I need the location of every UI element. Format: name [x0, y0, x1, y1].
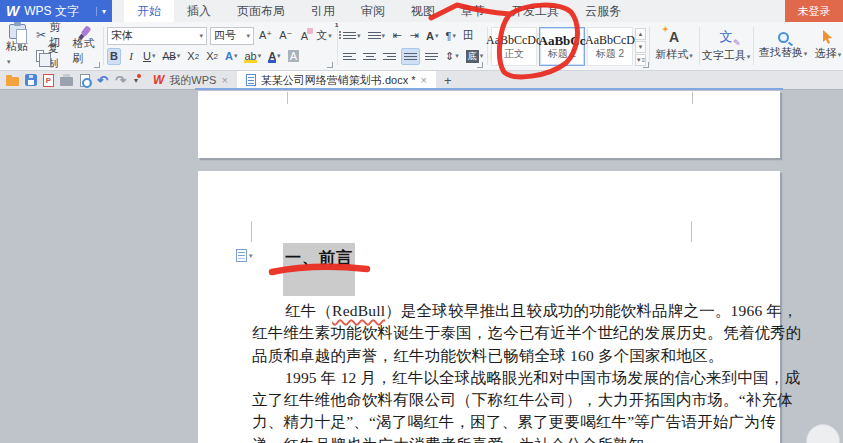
document-line: 力、精力十足”、“渴了喝红牛，困了、累了更要喝红牛”等广告语开始广为传 [252, 411, 709, 433]
new-tab-button[interactable]: + [436, 73, 460, 88]
align-right-button[interactable] [381, 48, 398, 65]
ribbon-tab-home[interactable]: 开始 [124, 0, 174, 22]
close-icon[interactable]: × [221, 74, 227, 86]
increase-indent-button[interactable]: ⇥ [407, 27, 421, 44]
font-size-select[interactable]: 四号▾ [210, 27, 254, 45]
styles-scroll-up-button[interactable]: ▲ [635, 28, 646, 40]
document-line: 1995 年 12 月，红牛以全球战略眼光和对中国市场发展的信心来到中国，成 [252, 367, 709, 389]
save-icon [25, 74, 37, 86]
search-icon [778, 32, 789, 43]
doc-tab-wps-home[interactable]: W 我的WPS × [144, 71, 237, 90]
numbered-list-icon [368, 32, 381, 39]
clipboard-dialog-launcher[interactable] [94, 62, 100, 68]
floating-assistant-bubble[interactable] [806, 424, 840, 443]
document-line: 红牛（RedBull）是全球较早推出且较成功的功能饮料品牌之一。1966 年， [252, 300, 709, 322]
quick-access-toolbar: P ↶ ↷ ▾ [0, 74, 144, 87]
ribbon-tab-cloud[interactable]: 云服务 [572, 0, 634, 22]
ribbon-tab-page-layout[interactable]: 页面布局 [224, 0, 298, 22]
ribbon-tab-insert[interactable]: 插入 [174, 0, 224, 22]
ribbon-tab-dev-tools[interactable]: 开发工具 [498, 0, 572, 22]
ribbon-tab-section[interactable]: 章节 [448, 0, 498, 22]
customize-toolbar-caret[interactable]: ▾ [134, 76, 138, 85]
font-family-select[interactable]: 宋体▾ [107, 27, 207, 45]
justify-button[interactable] [401, 48, 420, 65]
underline-button[interactable]: U▾ [141, 48, 157, 65]
pdf-icon: P [43, 74, 54, 87]
ribbon-tab-view[interactable]: 视图 [398, 0, 448, 22]
paste-clipboard-icon [9, 24, 26, 39]
select-button[interactable]: 选择▾ [813, 24, 843, 67]
asian-layout-button[interactable]: 文▾ [314, 27, 334, 44]
new-style-button[interactable]: A 新样式▾ [651, 24, 697, 67]
align-right-icon [383, 53, 396, 60]
paste-options-button[interactable]: ▾ [236, 249, 253, 262]
document-heading[interactable]: 一、前言 [285, 248, 353, 269]
style-normal[interactable]: AaBbCcDd 正文 [491, 27, 537, 66]
ribbon-tab-strip: 开始 插入 页面布局 引用 审阅 视图 章节 开发工具 云服务 [124, 0, 634, 22]
copy-icon [36, 50, 44, 62]
ribbon-tab-references[interactable]: 引用 [298, 0, 348, 22]
superscript-button[interactable]: X2 [185, 48, 201, 65]
doc-tab-active-document[interactable]: 某某公司网络营销策划书.docx * × [237, 71, 436, 90]
find-replace-button[interactable]: 查找替换▾ [755, 24, 811, 67]
distribute-button[interactable] [423, 48, 440, 65]
close-icon[interactable]: × [420, 74, 426, 86]
align-left-button[interactable] [341, 48, 358, 65]
cursor-arrow-icon [822, 30, 834, 44]
copy-button[interactable]: 复制 [34, 47, 67, 64]
bullets-button[interactable]: ▾ [341, 27, 363, 44]
text-direction-button[interactable]: A▾ [424, 27, 440, 44]
subscript-button[interactable]: X2 [204, 48, 220, 65]
document-line: 递，红牛品牌也为广大消费者所喜爱，为社会公众所熟知。 [252, 434, 709, 443]
styles-scroll-down-button[interactable]: ▼ [635, 41, 646, 53]
paragraph-group: ▾ ▾ ⇤ ⇥ A▾ ¶▾ 田 ⇕▾ 底▾ ⊞▾ [341, 24, 485, 69]
font-group: 宋体▾ 四号▾ A⁺ A⁻ A 文▾ B I U▾ AB▾ X2 X2 A▾ a… [107, 24, 335, 69]
ribbon-tab-review[interactable]: 审阅 [348, 0, 398, 22]
wps-home-icon: W [153, 73, 164, 87]
print-button[interactable] [60, 74, 73, 87]
line-spacing-button[interactable]: ⇕▾ [443, 48, 461, 65]
text-tool-button[interactable]: 文 文字工具▾ [701, 24, 751, 67]
italic-button[interactable]: I [124, 48, 138, 65]
open-file-button[interactable] [6, 74, 19, 87]
font-dialog-launcher[interactable] [327, 62, 333, 68]
grow-font-button[interactable]: A⁺ [257, 27, 274, 44]
save-button[interactable] [24, 74, 37, 87]
clear-format-button[interactable]: A [297, 27, 311, 44]
bold-button[interactable]: B [107, 48, 121, 65]
margin-mark [287, 92, 288, 104]
app-menu-button[interactable]: W WPS 文字 ▾ [0, 0, 112, 22]
char-shading-button[interactable]: A [286, 48, 301, 65]
redo-button[interactable]: ↷ [114, 74, 127, 87]
insert-table-button[interactable]: 田 [461, 27, 476, 44]
style-heading-1[interactable]: AaBbCc 标题 1 [539, 27, 585, 66]
justify-icon [404, 53, 417, 60]
pinyin-guide-button[interactable]: A▾ [223, 48, 239, 65]
align-center-button[interactable] [361, 48, 378, 65]
export-pdf-button[interactable]: P [42, 74, 55, 87]
new-style-icon: A [669, 29, 679, 45]
strikethrough-button[interactable]: AB▾ [160, 48, 182, 65]
bullet-list-icon [343, 32, 356, 39]
document-body[interactable]: 红牛（RedBull）是全球较早推出且较成功的功能饮料品牌之一。1966 年，红… [252, 300, 709, 443]
scissors-icon: ✂ [36, 28, 46, 42]
distribute-icon [425, 53, 438, 60]
undo-button[interactable]: ↶ [96, 74, 109, 87]
decrease-indent-button[interactable]: ⇤ [390, 27, 404, 44]
app-name: WPS 文字 [24, 3, 79, 20]
paste-options-icon [236, 249, 247, 262]
font-color-button[interactable]: A▾ [266, 48, 282, 65]
paragraph-marks-button[interactable]: ¶▾ [444, 27, 458, 44]
document-line: 立了红牛维他命饮料有限公司（下称红牛公司），大力开拓国内市场。“补充体 [252, 389, 709, 411]
format-painter-button[interactable]: 格式刷 [73, 24, 100, 66]
numbering-button[interactable]: ▾ [366, 27, 388, 44]
highlight-color-button[interactable]: ab▾ [242, 48, 263, 65]
chevron-down-icon[interactable]: ▾ [96, 7, 106, 16]
paste-button[interactable]: 粘贴▾ [6, 24, 28, 66]
print-preview-button[interactable] [78, 74, 91, 87]
shrink-font-button[interactable]: A⁻ [277, 27, 294, 44]
style-heading-2[interactable]: AaBbCcD 标题 2 [587, 27, 633, 66]
login-button[interactable]: 未登录 [785, 0, 843, 22]
paragraph-dialog-launcher[interactable] [477, 62, 483, 68]
title-bar: W WPS 文字 ▾ 开始 插入 页面布局 引用 审阅 视图 章节 开发工具 云… [0, 0, 843, 22]
